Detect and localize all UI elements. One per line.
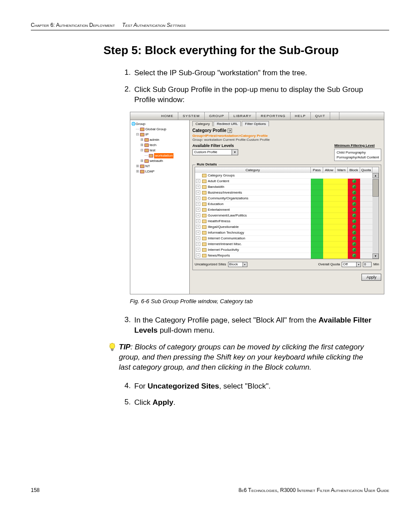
category-row[interactable]: +Internet Productivity: [195, 247, 311, 253]
block-column[interactable]: [348, 173, 360, 259]
category-row[interactable]: +Health/Fitness: [195, 219, 311, 224]
block-checked-icon[interactable]: [352, 236, 356, 240]
category-row[interactable]: +News/Reports: [195, 253, 311, 259]
rule-details-legend: Rule Details: [195, 162, 218, 166]
block-checked-icon[interactable]: [352, 179, 356, 183]
page-number: 158: [31, 487, 40, 493]
tree-test[interactable]: ⊟test: [131, 148, 188, 153]
table-scrollbar[interactable]: ▲ ▼: [372, 173, 379, 259]
menu-library[interactable]: LIBRARY: [229, 112, 256, 120]
chevron-down-icon[interactable]: ▼: [232, 149, 238, 155]
block-checked-icon[interactable]: [352, 248, 356, 252]
expand-icon[interactable]: +: [196, 213, 200, 217]
menu-help[interactable]: HELP: [291, 112, 311, 120]
block-checked-icon[interactable]: [352, 202, 356, 206]
overall-quota-select[interactable]: Off ▼: [342, 262, 361, 267]
col-pass[interactable]: Pass: [311, 167, 323, 173]
tab-category[interactable]: Category: [192, 121, 213, 126]
overall-quota-minutes[interactable]: 0: [363, 262, 372, 267]
category-row[interactable]: +Internet Communication: [195, 236, 311, 242]
folder-icon: [202, 202, 206, 206]
expand-icon[interactable]: +: [196, 202, 200, 206]
tree-ip[interactable]: ⊟IP: [131, 132, 188, 137]
uncat-select[interactable]: Block ▼: [228, 262, 247, 267]
tree-workstation[interactable]: ⋯workstation: [131, 153, 188, 158]
tree-webauth[interactable]: ⊞webauth: [131, 158, 188, 164]
expand-icon[interactable]: +: [196, 225, 200, 229]
tree-nt[interactable]: ⊞NT: [131, 164, 188, 169]
category-row[interactable]: +Community/Organizations: [195, 196, 311, 202]
tree-globalgroup[interactable]: ⋯Global Group: [131, 127, 188, 132]
block-checked-icon[interactable]: [352, 242, 356, 246]
col-quota[interactable]: Quota: [360, 167, 372, 173]
folder-icon: [144, 159, 149, 163]
block-checked-icon[interactable]: [352, 231, 356, 235]
scroll-thumb[interactable]: [372, 179, 379, 197]
tree-admin[interactable]: ⊞admin: [131, 137, 188, 143]
quota-column[interactable]: [360, 173, 372, 259]
page-running-header: Chapter 6: Authentication Deployment Tes…: [31, 22, 389, 30]
block-checked-icon[interactable]: [352, 185, 356, 189]
category-row[interactable]: +Entertainment: [195, 207, 311, 213]
globe-icon: [140, 128, 144, 131]
allow-column[interactable]: [323, 173, 335, 259]
expand-icon[interactable]: +: [196, 191, 200, 194]
block-checked-icon[interactable]: [352, 213, 356, 217]
chevron-down-icon[interactable]: ▼: [243, 262, 247, 267]
chevron-down-icon[interactable]: ▼: [357, 262, 361, 267]
expand-icon[interactable]: +: [196, 208, 200, 212]
afl-select[interactable]: Custom Profile ▼: [192, 149, 238, 155]
help-icon[interactable]: ?: [228, 128, 232, 133]
folder-icon: [202, 225, 206, 229]
block-checked-icon[interactable]: [352, 219, 356, 223]
menu-system[interactable]: SYSTEM: [178, 112, 205, 120]
category-row[interactable]: +Bandwidth: [195, 184, 311, 190]
folder-icon: [202, 254, 206, 257]
category-row[interactable]: +Information Technology: [195, 230, 311, 236]
category-row[interactable]: Category Groups: [195, 173, 311, 179]
block-checked-icon[interactable]: [352, 191, 356, 194]
expand-icon[interactable]: +: [196, 236, 200, 240]
block-checked-icon[interactable]: [352, 253, 356, 257]
expand-icon[interactable]: +: [196, 185, 200, 189]
expand-icon[interactable]: +: [196, 253, 200, 257]
category-row[interactable]: +Government/Law/Politics: [195, 213, 311, 219]
folder-icon: [202, 208, 206, 212]
category-row[interactable]: +Business/Investments: [195, 190, 311, 196]
col-block[interactable]: Block: [348, 167, 360, 173]
folder-icon: [202, 185, 206, 189]
apply-button[interactable]: Apply: [361, 274, 381, 281]
menu-home[interactable]: HOME: [157, 112, 178, 120]
category-row[interactable]: +Illegal/Questionable: [195, 224, 311, 230]
block-checked-icon[interactable]: [352, 196, 356, 200]
expand-icon[interactable]: +: [196, 231, 200, 235]
menu-reporting[interactable]: REPORTING: [256, 112, 290, 120]
col-warn[interactable]: Warn: [335, 167, 348, 173]
expand-icon[interactable]: +: [196, 248, 200, 252]
block-checked-icon[interactable]: [352, 225, 356, 229]
warn-column[interactable]: [335, 173, 348, 259]
group-tree[interactable]: 🌐Group ⋯Global Group ⊟IP ⊞admin ⊞tech ⊟t…: [130, 120, 190, 294]
tree-tech[interactable]: ⊞tech: [131, 143, 188, 148]
category-row[interactable]: +Internet/Intranet Misc.: [195, 242, 311, 247]
expand-icon[interactable]: +: [196, 179, 200, 183]
expand-icon[interactable]: +: [196, 219, 200, 223]
category-row[interactable]: +Adult Content: [195, 179, 311, 184]
col-allow[interactable]: Allow: [323, 167, 335, 173]
tab-redirect[interactable]: Redirect URL: [214, 121, 241, 126]
block-checked-icon[interactable]: [352, 208, 356, 212]
tab-filteroptions[interactable]: Filter Options: [242, 121, 269, 126]
col-category: Category: [195, 167, 311, 173]
scroll-down-icon[interactable]: ▼: [372, 253, 379, 259]
folder-icon: [140, 133, 144, 136]
workstation-icon: [149, 154, 153, 158]
expand-icon[interactable]: +: [196, 196, 200, 200]
menu-group[interactable]: GROUP: [205, 112, 229, 120]
scroll-up-icon[interactable]: ▲: [372, 173, 379, 178]
tree-root[interactable]: 🌐Group: [131, 121, 188, 127]
pass-column[interactable]: [311, 173, 323, 259]
menu-quit[interactable]: QUIT: [311, 112, 330, 120]
expand-icon[interactable]: +: [196, 242, 200, 246]
tree-ldap[interactable]: ⊞LDAP: [131, 169, 188, 174]
category-row[interactable]: +Education: [195, 202, 311, 207]
